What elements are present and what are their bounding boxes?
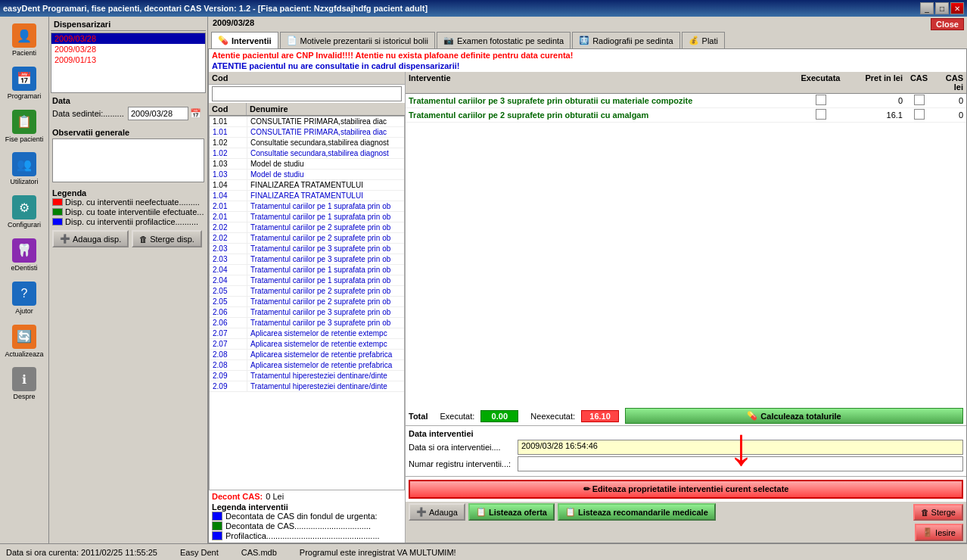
code-row[interactable]: 2.04Tratamentul cariilor pe 1 suprafata …: [210, 275, 404, 286]
legend-label-0: Disp. cu interventii neefectuate........…: [65, 198, 200, 207]
code-row[interactable]: 2.08Aplicarea sistemelor de retentie pre…: [210, 350, 404, 360]
action-bar: ➕ Adauga 📋 Listeaza oferta 📋 Listeaza re…: [406, 502, 966, 522]
adauga-label: Adauga: [429, 508, 458, 517]
tab-plati[interactable]: 💰 Plati: [682, 32, 725, 48]
minimize-button[interactable]: _: [920, 2, 934, 14]
adauga-button[interactable]: ➕ Adauga: [409, 503, 465, 521]
code-row[interactable]: 2.09Tratamentul hiperesteziei dentinare/…: [210, 381, 404, 392]
programari-icon: 📅: [12, 67, 36, 91]
code-row[interactable]: 1.04FINALIZAREA TRATAMENTULUI: [210, 180, 404, 191]
sidebar-item-fise[interactable]: 📋 Fise pacienti: [2, 106, 47, 148]
legend-color-red: [52, 198, 63, 206]
code-row[interactable]: 1.03Model de studiu: [210, 170, 404, 180]
code-row[interactable]: 2.08Aplicarea sistemelor de retentie pre…: [210, 360, 404, 371]
disp-item-0[interactable]: 2009/03/28: [51, 33, 205, 44]
sterge-button[interactable]: 🗑 Sterge: [913, 504, 963, 521]
legenda-title: Legenda: [52, 188, 204, 198]
code-list[interactable]: 1.01CONSULTATIE PRIMARA,stabilirea diac …: [209, 116, 405, 490]
code-row[interactable]: 2.05Tratamentul cariilor pe 2 suprafete …: [210, 297, 404, 307]
edit-interventie-button[interactable]: ✏ Editeaza proprietatile interventiei cu…: [409, 480, 963, 499]
sidebar-item-pacienti[interactable]: 👤 Pacienti: [2, 20, 47, 61]
code-row[interactable]: 2.09Tratamentul hiperesteziei dentinare/…: [210, 371, 404, 381]
code-row[interactable]: 1.01CONSULTATIE PRIMARA,stabilirea diac: [210, 117, 404, 127]
interv-exec-1[interactable]: [796, 108, 845, 122]
code-row[interactable]: 2.01Tratamentul cariilor pe 1 suprafata …: [210, 201, 404, 212]
decont-cas-title-row: Decont CAS: 0 Lei: [212, 492, 402, 501]
sidebar-item-programari[interactable]: 📅 Programari: [2, 63, 47, 104]
col-pret-header: Pret in lei: [845, 72, 906, 93]
cas-checkbox-0[interactable]: [914, 95, 925, 105]
interv-cas-0[interactable]: [906, 94, 932, 107]
decont-color-green: [212, 521, 222, 530]
dispensarizari-list[interactable]: 2009/03/28 2009/03/28 2009/01/13: [51, 33, 206, 93]
data-si-ora-value: 2009/03/28 16:54:46: [518, 440, 963, 455]
calculeaza-button[interactable]: 💊 Calculeaza totalurile: [625, 408, 963, 424]
sidebar-item-configurari[interactable]: ⚙ Configurari: [2, 191, 47, 233]
observatii-area[interactable]: [52, 138, 204, 182]
close-button[interactable]: ✕: [950, 2, 964, 14]
tab-radiografii-label: Radiografii pe sedinta: [592, 36, 673, 45]
cas-checkbox-1[interactable]: [914, 109, 925, 120]
col-den-header: Denumire: [247, 103, 405, 115]
neexecutat-value: 16.10: [581, 410, 619, 422]
code-row[interactable]: 1.02Consultatie secundara,stabilirea dia…: [210, 138, 404, 148]
listeaza-oferta-label: Listeaza oferta: [489, 508, 547, 517]
data-interventiei-title: Data interventiei: [409, 429, 963, 438]
maximize-button[interactable]: □: [935, 2, 949, 14]
edit-label: Editeaza proprietatile interventiei cure…: [592, 484, 789, 493]
listeaza-rec-button[interactable]: 📋 Listeaza recomandarile medicale: [558, 503, 716, 521]
nr-registru-label: Numar registru interventii...:: [409, 459, 515, 468]
status-datetime: Data si ora curenta: 2011/02/25 11:55:25: [6, 548, 157, 557]
status-db: CAS.mdb: [241, 548, 277, 557]
sterge-disp-button[interactable]: 🗑 Sterge disp.: [132, 230, 202, 247]
interv-row-1[interactable]: Tratamentul cariilor pe 2 suprafete prin…: [406, 108, 966, 123]
code-row[interactable]: 2.04Tratamentul cariilor pe 1 suprafata …: [210, 265, 404, 275]
sidebar-item-actualizeaza[interactable]: 🔄 Actualizeaza: [2, 321, 47, 362]
code-row[interactable]: 1.02Consultatie secundara,stabilirea dia…: [210, 148, 404, 159]
disp-item-2[interactable]: 2009/01/13: [51, 54, 205, 65]
sidebar-item-ajutor[interactable]: ? Ajutor: [2, 278, 47, 319]
interv-row-0[interactable]: Tratamentul cariilor pe 3 suprafete prin…: [406, 94, 966, 108]
status-app: Easy Dent: [180, 548, 219, 557]
tab-motive-icon: 📄: [287, 36, 297, 45]
nr-registru-input[interactable]: [518, 456, 963, 471]
listeaza-oferta-button[interactable]: 📋 Listeaza oferta: [468, 503, 555, 521]
tab-radiografii[interactable]: 🩻 Radiografii pe sedinta: [572, 32, 679, 48]
code-search-input[interactable]: [212, 86, 402, 101]
code-row[interactable]: 2.01Tratamentul cariilor pe 1 suprafata …: [210, 212, 404, 222]
disp-item-1[interactable]: 2009/03/28: [51, 44, 205, 54]
status-registered: Programul este inregistrat VA MULTUMIM!: [300, 548, 456, 557]
code-row[interactable]: 2.02Tratamentul cariilor pe 2 suprafete …: [210, 222, 404, 233]
tab-interventii[interactable]: 💊 Interventii: [211, 32, 278, 48]
code-row[interactable]: 2.03Tratamentul cariilor pe 3 suprafete …: [210, 254, 404, 265]
tab-examen[interactable]: 📷 Examen fotostatic pe sedinta: [437, 32, 571, 48]
iesire-button[interactable]: 🚪 Iesire: [915, 524, 963, 541]
code-row[interactable]: 1.04FINALIZAREA TRATAMENTULUI: [210, 191, 404, 201]
exec-checkbox-1[interactable]: [816, 109, 826, 120]
code-row[interactable]: 1.01CONSULTATIE PRIMARA,stabilirea diac: [210, 127, 404, 138]
code-row[interactable]: 2.07Aplicarea sistemelor de retentie ext…: [210, 339, 404, 350]
interv-exec-0[interactable]: [796, 94, 845, 107]
code-row[interactable]: 1.03Model de studiu: [210, 159, 404, 170]
dispensarizari-panel: Dispensarizari 2009/03/28 2009/03/28 200…: [49, 17, 208, 543]
data-sedintei-input[interactable]: [128, 107, 188, 120]
code-row[interactable]: 2.03Tratamentul cariilor pe 3 suprafete …: [210, 244, 404, 254]
adauga-disp-button[interactable]: ➕ Adauga disp.: [52, 230, 129, 247]
code-row[interactable]: 2.06Tratamentul cariilor pe 3 suprafete …: [210, 307, 404, 318]
total-bar: Total Executat: 0.00 Neexecutat: 16.10 💊…: [406, 406, 966, 426]
code-row[interactable]: 2.06Tratamentul cariilor pe 3 suprafete …: [210, 318, 404, 328]
decont-color-blue: [212, 512, 222, 521]
close-x-button[interactable]: Close: [931, 18, 964, 30]
calendar-icon[interactable]: 📅: [190, 108, 201, 119]
decont-label-1: Decontata de CAS........................…: [225, 521, 371, 530]
interv-cas-1[interactable]: [906, 108, 932, 122]
exec-checkbox-0[interactable]: [816, 95, 826, 105]
code-row[interactable]: 2.02Tratamentul cariilor pe 2 suprafete …: [210, 233, 404, 244]
tab-motive[interactable]: 📄 Motivele prezentarii si istoricul boli…: [280, 32, 435, 48]
sidebar-item-despre[interactable]: ℹ Despre: [2, 363, 47, 405]
sidebar-item-edentisti[interactable]: 🦷 eDentisti: [2, 235, 47, 276]
code-row[interactable]: 2.07Aplicarea sistemelor de retentie ext…: [210, 328, 404, 339]
sidebar-item-utilizatori[interactable]: 👥 Utilizatori: [2, 148, 47, 190]
code-row[interactable]: 2.05Tratamentul cariilor pe 2 suprafete …: [210, 286, 404, 297]
content-area: Atentie pacientul are CNP Invalid!!!! At…: [208, 48, 967, 543]
